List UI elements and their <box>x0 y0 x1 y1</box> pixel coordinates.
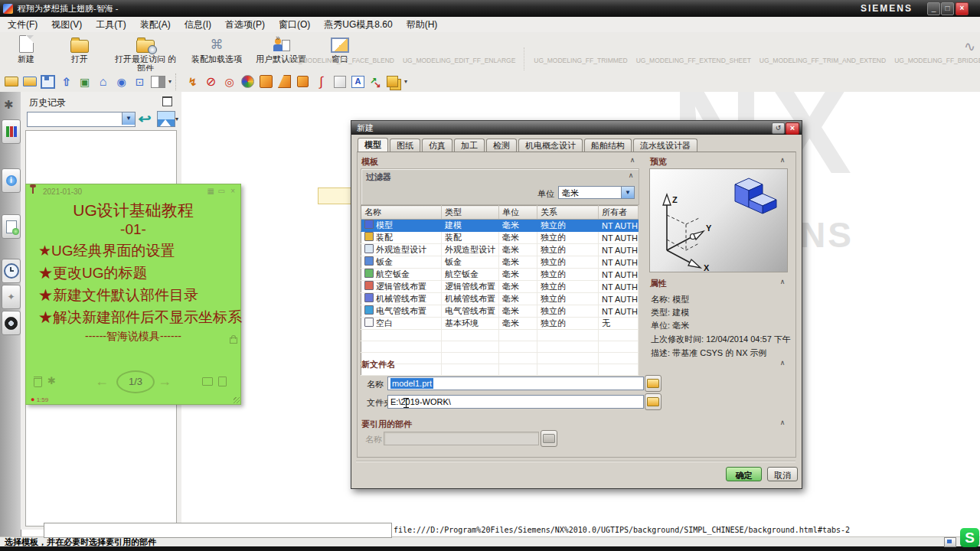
note-settings-icon[interactable]: ▦ <box>207 187 214 195</box>
sketch-tool-icon[interactable]: ∿ <box>964 38 975 55</box>
note-close-icon[interactable]: × <box>230 187 235 195</box>
tab-manufacturing[interactable]: 加工 <box>454 139 485 152</box>
toolbar-dropdown-caret[interactable]: ▾ <box>277 54 280 60</box>
toolbar-overflow-chevron[interactable]: » <box>276 34 280 42</box>
selection-target-icon[interactable]: ◎ <box>221 73 237 90</box>
dialog-close-icon[interactable]: × <box>786 122 799 135</box>
preview-image-button[interactable] <box>157 111 175 127</box>
folder-path-input[interactable]: E:\2019-WORK\ <box>387 395 644 409</box>
table-row-blank[interactable]: 空白 基本环境毫米独立的无 <box>361 318 639 330</box>
maximize-button[interactable]: □ <box>941 2 954 15</box>
snapshot-icon[interactable]: ◉ <box>113 73 129 90</box>
open-part-icon[interactable] <box>21 73 38 90</box>
table-row-model[interactable]: 模型 建模毫米独立的NT AUTH... <box>361 220 639 232</box>
combo-dropdown-icon[interactable]: ▼ <box>122 112 135 125</box>
note-resize-handle[interactable] <box>234 397 240 403</box>
tab-mechatronics[interactable]: 机电概念设计 <box>518 139 583 152</box>
menu-yanxiu-mold[interactable]: 燕秀UG模具8.60 <box>324 18 392 31</box>
lightning-icon[interactable]: ↯ <box>185 73 201 90</box>
templates-collapse-icon[interactable]: ∧ <box>627 156 638 164</box>
system-info-tab[interactable]: i <box>2 168 21 193</box>
roles-library-tab[interactable] <box>2 119 21 144</box>
datum-csys-icon[interactable]: ↗↘ <box>368 75 382 89</box>
browse-folder-button[interactable] <box>645 393 662 410</box>
assistant-tab[interactable]: ✦ <box>2 285 21 309</box>
tab-simulation[interactable]: 仿真 <box>422 139 452 152</box>
role-palette-icon[interactable] <box>240 73 256 90</box>
image-options-caret[interactable]: ▾ <box>175 116 178 122</box>
trash-icon[interactable] <box>34 377 42 387</box>
block-orange-icon[interactable] <box>258 73 274 90</box>
tab-inspection[interactable]: 检测 <box>486 139 517 152</box>
tab-line-designer[interactable]: 流水线设计器 <box>633 139 697 152</box>
filter-collapse-icon[interactable]: ∧ <box>626 171 636 179</box>
properties-collapse-icon[interactable]: ∧ <box>777 278 788 285</box>
table-row-sheet-metal[interactable]: 钣金 钣金毫米独立的NT AUTH... <box>361 256 639 269</box>
background-swatch-icon[interactable] <box>150 73 166 90</box>
next-page-arrow[interactable]: → <box>158 373 172 390</box>
save-icon[interactable] <box>40 73 56 90</box>
note-minimize-icon[interactable]: ▭ <box>218 187 225 195</box>
open-folder-icon[interactable] <box>3 73 19 90</box>
minimize-button[interactable]: _ <box>927 2 940 15</box>
no-selection-icon[interactable]: ⊘ <box>203 73 219 90</box>
refresh-arrow-icon[interactable]: ↩ <box>139 111 152 127</box>
browse-name-button[interactable] <box>645 375 662 392</box>
status-monitor-icon[interactable] <box>944 537 956 547</box>
display-window-icon[interactable]: ▣ <box>77 73 93 90</box>
gear-icon[interactable]: ✱ <box>4 98 14 112</box>
history-search-combobox[interactable]: ▼ <box>27 112 136 127</box>
undock-panel-icon[interactable] <box>162 96 172 106</box>
web-page-tab[interactable] <box>2 214 21 239</box>
table-row-aero-sheet-metal[interactable]: 航空钣金 航空钣金毫米独立的NT AUTH... <box>361 269 639 281</box>
unit-dropdown-caret[interactable]: ▼ <box>621 187 634 198</box>
table-row-mechanical-routing[interactable]: 机械管线布置 机械管线布置毫米独立的NT AUTH... <box>361 293 639 305</box>
tab-model[interactable]: 模型 <box>358 138 388 152</box>
file-name-input[interactable]: model1.prt <box>387 377 644 390</box>
menu-assemblies[interactable]: 装配(A) <box>140 18 171 31</box>
table-row-logical-routing[interactable]: 逻辑管线布置 逻辑管线布置毫米独立的NT AUTH... <box>361 281 639 293</box>
spline-icon[interactable]: ∫ <box>313 73 329 90</box>
unit-dropdown[interactable]: 毫米 ▼ <box>558 186 635 199</box>
menu-window[interactable]: 窗口(O) <box>279 18 310 31</box>
menu-view[interactable]: 视图(V) <box>51 18 82 31</box>
home-view-icon[interactable]: ⌂ <box>95 73 111 90</box>
open-recent-button[interactable]: 打开最近访问 的部件 <box>110 34 181 73</box>
blocks-yellow-icon[interactable] <box>384 73 400 90</box>
menu-information[interactable]: 信息(I) <box>185 18 211 31</box>
cube-white-icon[interactable] <box>332 73 348 90</box>
tab-ship-structure[interactable]: 船舶结构 <box>584 139 632 152</box>
note-gear-icon[interactable]: ✱ <box>47 375 56 386</box>
assembly-load-options-button[interactable]: ⌘ 装配加载选项 <box>188 34 245 73</box>
menu-preferences[interactable]: 首选项(P) <box>225 18 265 31</box>
new-note-icon[interactable] <box>218 377 227 386</box>
menu-help[interactable]: 帮助(H) <box>407 18 438 31</box>
menu-file[interactable]: 文件(F) <box>8 18 38 31</box>
reference-collapse-icon[interactable]: ∧ <box>777 419 788 426</box>
sticky-note[interactable]: 2021-01-30 ▦ ▭ × UG设计基础教程 -01- ★UG经典界面的设… <box>25 184 241 405</box>
swatch-caret[interactable]: ▾ <box>168 78 172 85</box>
preview-collapse-icon[interactable]: ∧ <box>777 156 788 164</box>
table-row-shape-studio[interactable]: 外观造型设计 外观造型设计毫米独立的NT AUTH... <box>361 244 639 256</box>
cube-orange-icon[interactable] <box>295 73 311 90</box>
menu-tools[interactable]: 工具(T) <box>96 18 126 31</box>
prev-page-arrow[interactable]: ← <box>95 373 109 390</box>
ok-button[interactable]: 确定 <box>726 467 762 481</box>
annotation-icon[interactable]: A <box>350 73 366 90</box>
new-file-collapse-icon[interactable]: ∧ <box>777 359 788 367</box>
export-up-icon[interactable]: ⇧ <box>58 73 74 90</box>
dialog-options-icon[interactable]: ↺ <box>772 122 785 134</box>
note-folder-icon[interactable] <box>202 377 213 386</box>
revolve-wedge-icon[interactable] <box>276 73 292 90</box>
history-tab[interactable] <box>2 259 21 283</box>
fit-view-icon[interactable]: ⊡ <box>132 73 148 90</box>
internet-tab[interactable] <box>2 311 21 335</box>
dialog-title-bar[interactable]: 新建 <box>351 121 802 135</box>
cancel-button[interactable]: 取消 <box>767 467 798 481</box>
open-button[interactable]: 打开 <box>57 34 103 73</box>
table-row-assembly[interactable]: 装配 装配毫米独立的NT AUTH... <box>361 232 639 244</box>
tab-drawing[interactable]: 图纸 <box>390 139 420 152</box>
new-button[interactable]: 新建 <box>3 34 49 73</box>
toolbar2-caret[interactable]: ▾ <box>404 78 407 85</box>
close-button[interactable]: × <box>956 2 969 15</box>
